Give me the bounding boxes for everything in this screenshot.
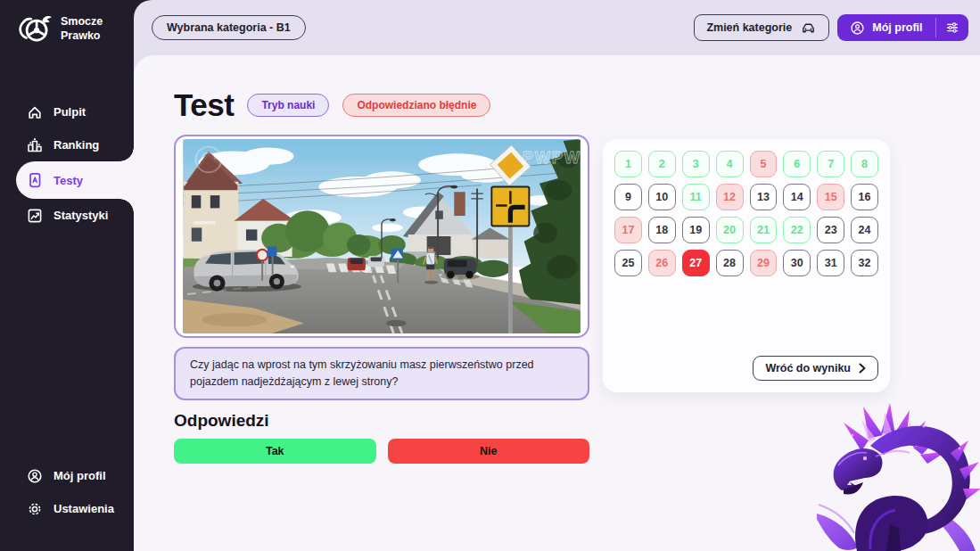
question-tile-25[interactable]: 25	[614, 250, 642, 276]
sidebar-item-label: Pulpit	[54, 105, 86, 119]
sidebar-nav: Pulpit Ranking Testy	[0, 95, 134, 232]
sidebar-item-label: Statystyki	[54, 209, 108, 222]
sidebar-item-statystyki[interactable]: Statystyki	[0, 199, 134, 232]
back-to-result-button[interactable]: Wróć do wyniku	[753, 356, 878, 381]
road-scene-image: PWPW	[178, 139, 585, 333]
question-nav-panel: 1234567891011121314151617181920212223242…	[603, 139, 890, 392]
question-tile-32[interactable]: 32	[851, 250, 878, 276]
question-tile-2[interactable]: 2	[648, 151, 676, 177]
question-tile-7[interactable]: 7	[817, 151, 844, 177]
question-tile-1[interactable]: 1	[614, 151, 642, 177]
question-tile-13[interactable]: 13	[750, 184, 778, 210]
sidebar-item-testy[interactable]: Testy	[16, 161, 134, 199]
content: Test Tryb nauki Odpowiedziano błędnie	[134, 55, 980, 551]
sidebar: Smocze Prawko Pulpit Ranking	[0, 0, 134, 551]
question-tile-11[interactable]: 11	[682, 184, 710, 210]
question-tile-18[interactable]: 18	[648, 217, 676, 243]
sidebar-item-label: Ranking	[54, 138, 99, 152]
status-badge: Odpowiedziano błędnie	[342, 94, 490, 117]
change-category-label: Zmień kategorie	[706, 21, 792, 34]
question-tile-4[interactable]: 4	[716, 151, 744, 177]
answer-no-button[interactable]: Nie	[388, 439, 590, 464]
question-tile-12[interactable]: 12	[716, 184, 744, 210]
question-tile-15[interactable]: 15	[817, 184, 844, 210]
question-tile-24[interactable]: 24	[851, 217, 878, 243]
test-section: Test Tryb nauki Odpowiedziano błędnie	[174, 87, 589, 464]
sidebar-bottom-nav: Mój profil Ustawienia	[0, 459, 134, 525]
sidebar-item-ranking[interactable]: Ranking	[0, 128, 134, 161]
question-tile-6[interactable]: 6	[783, 151, 811, 177]
question-tile-8[interactable]: 8	[851, 151, 878, 177]
preferences-button[interactable]	[936, 14, 968, 41]
sidebar-item-moj-profil[interactable]: Mój profil	[0, 459, 134, 492]
selected-category-label: Wybrana kategoria - B1	[167, 21, 291, 34]
question-tile-14[interactable]: 14	[783, 184, 811, 210]
profile-button[interactable]: Mój profil	[837, 14, 935, 41]
chevron-right-icon	[859, 363, 866, 374]
sidebar-item-label: Testy	[54, 174, 83, 187]
user-circle-icon	[27, 468, 43, 484]
exam-card-icon	[27, 172, 43, 188]
question-tile-30[interactable]: 30	[783, 250, 811, 276]
stats-icon	[27, 208, 43, 224]
photo-watermark: PWPW	[523, 149, 581, 167]
question-tile-3[interactable]: 3	[682, 151, 710, 177]
app-logo: Smocze Prawko	[0, 0, 134, 46]
answers: Tak Nie	[174, 439, 589, 464]
dragon-illustration	[817, 399, 980, 551]
question-tile-10[interactable]: 10	[648, 184, 676, 210]
topbar: Wybrana kategoria - B1 Zmień kategorie	[134, 0, 980, 55]
profile-button-label: Mój profil	[872, 21, 922, 34]
car-icon	[800, 21, 817, 36]
question-tile-31[interactable]: 31	[817, 250, 844, 276]
selected-category-chip[interactable]: Wybrana kategoria - B1	[152, 15, 306, 40]
question-tile-23[interactable]: 23	[817, 217, 844, 243]
sidebar-item-pulpit[interactable]: Pulpit	[0, 95, 134, 128]
sidebar-item-ustawienia[interactable]: Ustawienia	[0, 492, 134, 525]
question-tile-19[interactable]: 19	[682, 217, 710, 243]
back-to-result-label: Wróć do wyniku	[765, 362, 851, 374]
question-tile-21[interactable]: 21	[750, 217, 778, 243]
question-grid: 1234567891011121314151617181920212223242…	[614, 151, 878, 276]
podium-icon	[27, 137, 43, 153]
answer-yes-button[interactable]: Tak	[174, 439, 376, 464]
main-area: Wybrana kategoria - B1 Zmień kategorie	[134, 0, 980, 551]
question-tile-16[interactable]: 16	[851, 184, 878, 210]
answers-heading: Odpowiedzi	[174, 411, 589, 431]
question-tile-20[interactable]: 20	[716, 217, 744, 243]
question-tile-22[interactable]: 22	[783, 217, 811, 243]
question-tile-28[interactable]: 28	[716, 250, 744, 276]
question-tile-27[interactable]: 27	[682, 250, 710, 276]
page-title: Test	[174, 87, 234, 123]
mode-badge: Tryb nauki	[247, 94, 329, 117]
change-category-button[interactable]: Zmień kategorie	[694, 14, 829, 41]
user-circle-icon	[850, 21, 865, 36]
question-tile-26[interactable]: 26	[648, 250, 676, 276]
question-tile-29[interactable]: 29	[750, 250, 778, 276]
question-tile-17[interactable]: 17	[614, 217, 642, 243]
sidebar-item-label: Ustawienia	[54, 502, 114, 515]
question-tile-5[interactable]: 5	[750, 151, 778, 177]
question-text: Czy jadąc na wprost na tym skrzyżowaniu …	[174, 347, 589, 400]
gear-icon	[27, 501, 43, 517]
sliders-icon	[945, 21, 959, 35]
home-icon	[27, 104, 43, 120]
dragon-steering-wheel-logo-icon	[16, 12, 54, 46]
question-tile-9[interactable]: 9	[614, 184, 642, 210]
profile-button-group: Mój profil	[837, 14, 968, 41]
sidebar-item-label: Mój profil	[54, 469, 106, 482]
app-name: Smocze Prawko	[61, 15, 103, 43]
question-photo: PWPW	[174, 135, 589, 338]
